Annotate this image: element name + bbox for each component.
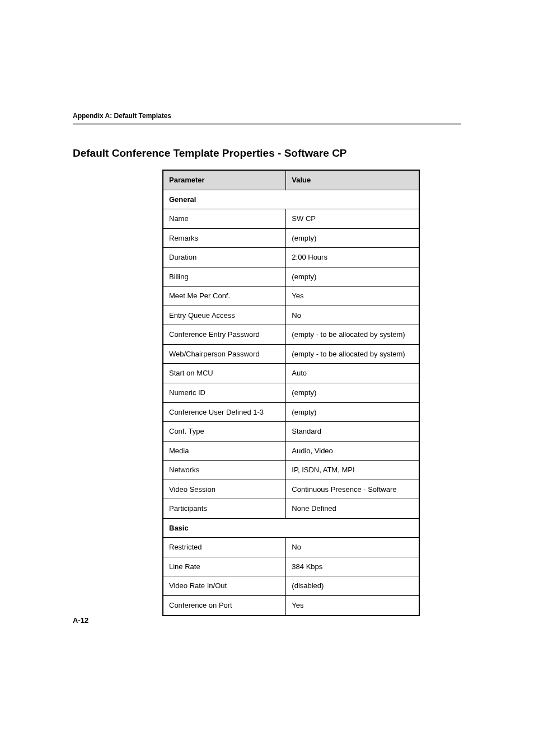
table-row: Line Rate384 Kbps xyxy=(163,557,419,576)
cell-param: Billing xyxy=(163,267,286,287)
cell-param: Networks xyxy=(163,461,286,480)
table-header-row: Parameter Value xyxy=(163,170,419,190)
column-header-value: Value xyxy=(286,170,419,190)
table-row: RestrictedNo xyxy=(163,538,419,557)
table-row: NetworksIP, ISDN, ATM, MPI xyxy=(163,461,419,480)
cell-value: Yes xyxy=(286,596,419,616)
table-row: Meet Me Per Conf.Yes xyxy=(163,287,419,306)
table-row: ParticipantsNone Defined xyxy=(163,499,419,519)
table-row: Start on MCUAuto xyxy=(163,364,419,383)
cell-value: Audio, Video xyxy=(286,441,419,461)
cell-param: Entry Queue Access xyxy=(163,306,286,325)
table-row: Video Rate In/Out(disabled) xyxy=(163,576,419,596)
cell-value: IP, ISDN, ATM, MPI xyxy=(286,461,419,480)
table-row: Conference on PortYes xyxy=(163,596,419,616)
table-row: Entry Queue AccessNo xyxy=(163,306,419,325)
table-row: Duration2:00 Hours xyxy=(163,248,419,267)
cell-param: Conf. Type xyxy=(163,422,286,442)
cell-value: (empty - to be allocated by system) xyxy=(286,325,419,345)
cell-param: Conference on Port xyxy=(163,596,286,616)
cell-value: (empty - to be allocated by system) xyxy=(286,344,419,364)
page: Appendix A: Default Templates Default Co… xyxy=(0,0,534,756)
cell-param: Numeric ID xyxy=(163,383,286,403)
running-header: Appendix A: Default Templates xyxy=(73,112,461,120)
cell-value: (disabled) xyxy=(286,576,419,596)
table-row: Numeric ID(empty) xyxy=(163,383,419,403)
cell-param: Name xyxy=(163,209,286,229)
table-row: MediaAudio, Video xyxy=(163,441,419,461)
cell-value: SW CP xyxy=(286,209,419,229)
cell-param: Restricted xyxy=(163,538,286,557)
table-row: Conf. TypeStandard xyxy=(163,422,419,442)
cell-param: Start on MCU xyxy=(163,364,286,383)
page-title: Default Conference Template Properties -… xyxy=(73,147,461,159)
table-section-row: General xyxy=(163,190,419,209)
cell-value: None Defined xyxy=(286,499,419,519)
table-section-heading: Basic xyxy=(163,518,419,538)
table-row: NameSW CP xyxy=(163,209,419,229)
cell-param: Video Rate In/Out xyxy=(163,576,286,596)
cell-param: Conference Entry Password xyxy=(163,325,286,345)
cell-param: Media xyxy=(163,441,286,461)
table-row: Remarks(empty) xyxy=(163,228,419,248)
cell-value: 384 Kbps xyxy=(286,557,419,576)
cell-value: Standard xyxy=(286,422,419,442)
cell-value: No xyxy=(286,538,419,557)
cell-param: Participants xyxy=(163,499,286,519)
table-section-heading: General xyxy=(163,190,419,209)
cell-value: Yes xyxy=(286,287,419,306)
page-number: A-12 xyxy=(73,616,88,624)
table-row: Web/Chairperson Password(empty - to be a… xyxy=(163,344,419,364)
properties-table: Parameter Value General NameSW CP Remark… xyxy=(162,170,420,616)
table-row: Conference User Defined 1-3(empty) xyxy=(163,402,419,422)
table-row: Conference Entry Password(empty - to be … xyxy=(163,325,419,345)
cell-param: Remarks xyxy=(163,228,286,248)
table-row: Billing(empty) xyxy=(163,267,419,287)
column-header-parameter: Parameter xyxy=(163,170,286,190)
cell-param: Video Session xyxy=(163,480,286,499)
table-row: Video SessionContinuous Presence - Softw… xyxy=(163,480,419,499)
cell-value: Auto xyxy=(286,364,419,383)
cell-value: No xyxy=(286,306,419,325)
cell-value: (empty) xyxy=(286,402,419,422)
cell-param: Web/Chairperson Password xyxy=(163,344,286,364)
table-section-row: Basic xyxy=(163,518,419,538)
header-divider xyxy=(73,123,461,125)
cell-param: Meet Me Per Conf. xyxy=(163,287,286,306)
cell-value: (empty) xyxy=(286,267,419,287)
cell-value: (empty) xyxy=(286,228,419,248)
cell-param: Line Rate xyxy=(163,557,286,576)
cell-param: Conference User Defined 1-3 xyxy=(163,402,286,422)
cell-value: (empty) xyxy=(286,383,419,403)
cell-param: Duration xyxy=(163,248,286,267)
cell-value: Continuous Presence - Software xyxy=(286,480,419,499)
cell-value: 2:00 Hours xyxy=(286,248,419,267)
